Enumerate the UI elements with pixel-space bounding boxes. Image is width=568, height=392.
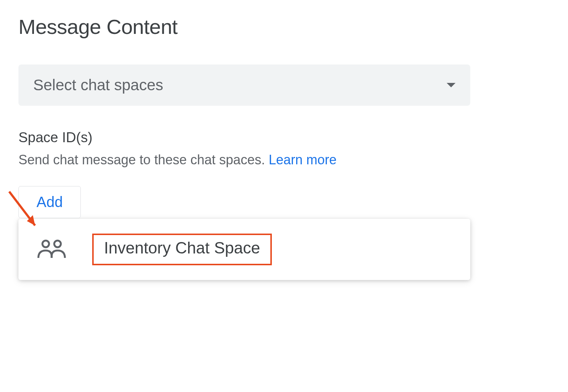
chat-space-menu-item[interactable]: Inventory Chat Space — [37, 234, 452, 265]
highlight-annotation: Inventory Chat Space — [92, 234, 272, 265]
svg-point-1 — [54, 241, 61, 247]
description-text: Send chat message to these chat spaces. — [18, 152, 269, 167]
chat-space-dropdown-menu: Inventory Chat Space — [18, 219, 470, 280]
people-icon — [37, 239, 66, 260]
menu-item-label: Inventory Chat Space — [104, 239, 260, 257]
svg-point-0 — [42, 241, 49, 247]
space-ids-description: Send chat message to these chat spaces. … — [18, 152, 550, 168]
chevron-down-icon — [447, 83, 456, 87]
dropdown-label: Select chat spaces — [33, 76, 163, 94]
select-chat-spaces-dropdown[interactable]: Select chat spaces — [18, 64, 470, 106]
learn-more-link[interactable]: Learn more — [269, 152, 336, 167]
space-ids-heading: Space ID(s) — [18, 130, 550, 146]
page-title: Message Content — [18, 15, 550, 39]
add-button[interactable]: Add — [18, 186, 81, 218]
